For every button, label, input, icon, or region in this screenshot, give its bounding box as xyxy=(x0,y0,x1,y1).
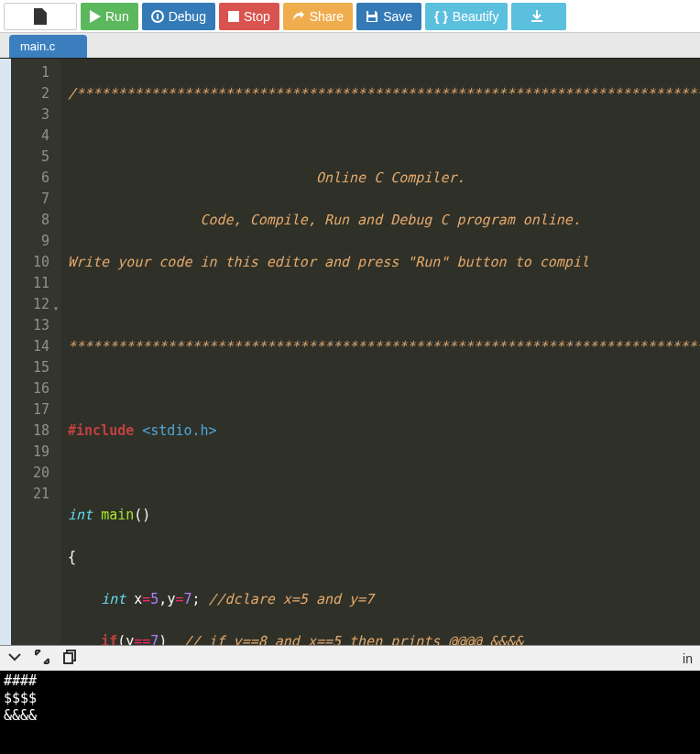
debug-button[interactable]: Debug xyxy=(142,3,215,30)
line-number: 4 xyxy=(11,126,49,147)
svg-rect-6 xyxy=(64,653,72,663)
code-token: /***************************************… xyxy=(68,85,700,102)
line-number: 14 xyxy=(11,336,49,357)
code-token: Online C Compiler. xyxy=(68,169,465,186)
beautify-label: Beautify xyxy=(453,9,499,24)
console-line: $$$$ xyxy=(4,690,37,706)
line-number: 11 xyxy=(11,273,49,294)
line-number: 21 xyxy=(11,484,49,505)
share-icon xyxy=(292,10,305,23)
expand-icon[interactable] xyxy=(35,650,49,667)
tab-label: main.c xyxy=(20,39,55,53)
run-button[interactable]: Run xyxy=(81,3,138,30)
code-token: int xyxy=(68,507,93,523)
line-number: 8 xyxy=(11,210,49,231)
line-number: 1 xyxy=(11,62,49,83)
line-number: 17 xyxy=(11,399,49,421)
document-icon xyxy=(34,8,47,25)
code-token: <stdio.h> xyxy=(142,422,216,439)
line-gutter: 1 2 3 4 5 6 7 8 9 10 11 12 13 14 15 16 1… xyxy=(11,59,60,645)
svg-rect-2 xyxy=(157,14,159,19)
toolbar: Run Debug Stop Share Save { } Beautify xyxy=(0,0,700,33)
line-number: 16 xyxy=(11,378,49,399)
tab-main-c[interactable]: main.c xyxy=(9,35,87,58)
line-number: 12 xyxy=(11,294,49,315)
svg-rect-3 xyxy=(228,11,239,22)
line-number: 10 xyxy=(11,252,49,273)
svg-rect-4 xyxy=(368,11,375,15)
console-line: &&&& xyxy=(4,707,37,724)
copy-output-icon[interactable] xyxy=(62,650,77,667)
line-number: 2 xyxy=(11,83,49,104)
share-label: Share xyxy=(310,9,344,24)
line-number: 13 xyxy=(11,315,49,336)
play-icon xyxy=(90,10,101,23)
console-toolbar: in xyxy=(0,645,700,671)
run-label: Run xyxy=(105,9,129,24)
download-icon xyxy=(530,9,544,24)
line-number: 6 xyxy=(11,168,49,189)
line-number: 19 xyxy=(11,442,49,463)
save-button[interactable]: Save xyxy=(356,3,421,30)
line-number: 3 xyxy=(11,104,49,126)
code-token: () xyxy=(134,507,150,523)
line-number: 7 xyxy=(11,189,49,210)
console-output: #### $$$$ &&&& xyxy=(0,671,700,754)
save-icon xyxy=(366,10,378,23)
console-right-text: in xyxy=(683,651,693,666)
line-number: 20 xyxy=(11,463,49,484)
download-button[interactable] xyxy=(511,3,566,30)
line-number: 9 xyxy=(11,231,49,252)
code-token: main xyxy=(101,507,134,523)
stop-label: Stop xyxy=(244,9,270,24)
svg-marker-0 xyxy=(90,10,101,23)
code-token: { xyxy=(68,549,76,565)
beautify-button[interactable]: { } Beautify xyxy=(425,3,508,30)
share-button[interactable]: Share xyxy=(283,3,353,30)
code-area[interactable]: /***************************************… xyxy=(60,59,700,645)
code-token: int xyxy=(101,591,126,607)
braces-icon: { } xyxy=(434,9,448,24)
tab-bar: main.c xyxy=(0,33,700,59)
line-number: 15 xyxy=(11,357,49,378)
line-number: 5 xyxy=(11,147,49,168)
code-editor[interactable]: 1 2 3 4 5 6 7 8 9 10 11 12 13 14 15 16 1… xyxy=(0,59,700,645)
collapse-icon[interactable] xyxy=(7,650,22,666)
save-label: Save xyxy=(383,9,412,24)
line-number: 18 xyxy=(11,421,49,442)
stop-button[interactable]: Stop xyxy=(219,3,279,30)
code-token: #include xyxy=(68,422,134,439)
code-token: ****************************************… xyxy=(68,338,700,355)
code-token: Write your code in this editor and press… xyxy=(68,254,589,270)
console-line: #### xyxy=(4,672,37,689)
debug-label: Debug xyxy=(169,9,206,24)
svg-rect-5 xyxy=(368,17,376,21)
debug-icon xyxy=(151,10,164,23)
new-file-button[interactable] xyxy=(4,3,77,30)
editor-left-strip xyxy=(0,59,11,645)
code-token: Code, Compile, Run and Debug C program o… xyxy=(68,212,581,228)
stop-icon xyxy=(228,11,239,22)
